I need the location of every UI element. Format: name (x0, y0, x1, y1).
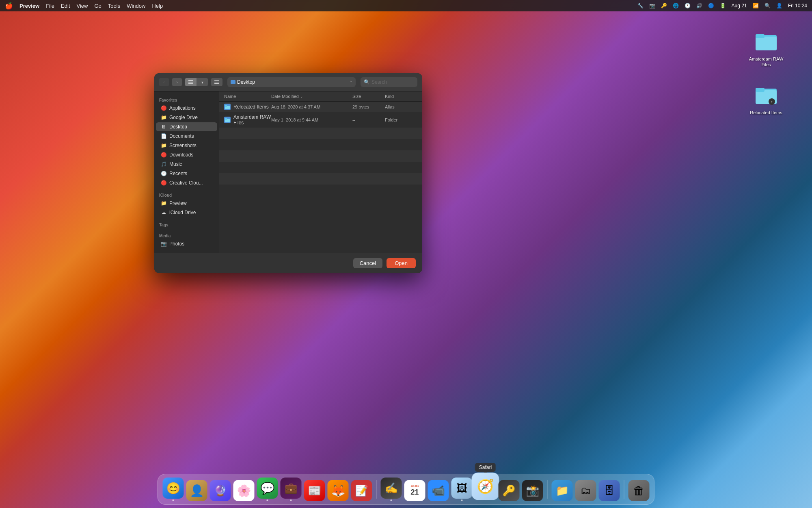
sidebar-item-desktop[interactable]: 🖥 Desktop (156, 122, 217, 131)
svg-rect-2 (756, 34, 764, 38)
menubar-window[interactable]: Window (127, 3, 145, 9)
menubar-control-icon[interactable]: 👤 (776, 3, 782, 9)
action-button[interactable] (211, 78, 222, 86)
dock-item-zoom[interactable]: 📹 (428, 480, 449, 501)
sidebar-item-downloads[interactable]: 🔴 Downloads (156, 150, 217, 159)
svg-rect-13 (214, 83, 219, 84)
menubar-view[interactable]: View (77, 3, 88, 9)
sidebar-item-photos[interactable]: 📷 Photos (156, 239, 217, 248)
menubar-icon-3: 🔑 (661, 3, 667, 9)
table-row[interactable]: Relocated Items Aug 18, 2020 at 4:37 AM … (219, 102, 422, 112)
dock-item-1password[interactable]: 🔑 (499, 480, 520, 501)
trash-icon: 🗑 (628, 480, 650, 501)
table-row[interactable]: Amsterdam RAW Files May 1, 2018 at 9:44 … (219, 112, 422, 128)
svg-rect-19 (225, 118, 227, 120)
pockity-icon: 📝 (351, 480, 372, 501)
dock-item-preview[interactable]: 🖼 (451, 478, 473, 501)
table-row-empty (219, 128, 422, 139)
col-header-name[interactable]: Name (224, 94, 271, 99)
menubar-icon-5: 🕐 (685, 3, 691, 9)
dock-item-photoframe[interactable]: 📸 (522, 480, 543, 501)
file-list-container: Name Date Modified ⌄ Size Kind (219, 91, 422, 253)
back-button[interactable]: ‹ (159, 78, 169, 86)
sidebar-item-recents[interactable]: 🕐 Recents (156, 169, 217, 178)
dock-item-finder[interactable]: 😊 (163, 478, 184, 501)
dock-dot-taiko (391, 499, 392, 501)
menubar-edit[interactable]: Edit (61, 3, 70, 9)
sidebar-item-icloud-drive[interactable]: ☁ iCloud Drive (156, 208, 217, 217)
contacts-icon: 👤 (186, 480, 207, 501)
sidebar-item-applications[interactable]: 🔴 Applications (156, 104, 217, 113)
dock-item-slack[interactable]: 💼 (281, 478, 302, 501)
sidebar-item-screenshots[interactable]: 📁 Screenshots (156, 141, 217, 150)
dock-item-siri[interactable]: 🔮 (210, 480, 231, 501)
col-header-size[interactable]: Size (352, 94, 385, 99)
menubar-date[interactable]: Aug 21 (732, 3, 747, 9)
media-label: Media (154, 231, 219, 239)
dock-separator-3 (624, 480, 624, 499)
view-controls: ▾ (185, 78, 208, 86)
dock-item-trash[interactable]: 🗑 (628, 480, 650, 501)
calendar-icon: AUG 21 (404, 480, 425, 501)
col-header-date[interactable]: Date Modified ⌄ (271, 94, 352, 99)
slack-icon: 💼 (281, 478, 302, 499)
dock-item-messages[interactable]: 💬 (257, 478, 278, 501)
dock-item-calendar[interactable]: AUG 21 (404, 480, 425, 501)
dock-dot-slack (290, 499, 292, 501)
apple-logo-icon[interactable]: 🍎 (5, 2, 13, 10)
sidebar-item-creative-cloud[interactable]: 🔴 Creative Clou... (156, 178, 217, 187)
menubar-wifi-icon: 📶 (753, 3, 759, 9)
sidebar-item-documents-label: Documents (169, 133, 194, 139)
file-date-amsterdam: May 1, 2018 at 9:44 AM (271, 117, 352, 122)
creative-cloud-icon: 🔴 (161, 180, 166, 186)
menubar-icon-2: 📷 (649, 3, 655, 9)
dock-item-safari[interactable]: Safari 🧭 (475, 480, 496, 501)
sidebar-item-icloud-drive-label: iCloud Drive (169, 210, 196, 215)
svg-rect-8 (188, 80, 193, 81)
desktop-icon-relocated[interactable]: ↑ Relocated Items (748, 81, 784, 115)
dock-item-files[interactable]: 📁 (552, 480, 573, 501)
file-date-relocated: Aug 18, 2020 at 4:37 AM (271, 104, 352, 109)
menubar-help[interactable]: Help (152, 3, 163, 9)
menubar-search-icon[interactable]: 🔍 (764, 3, 771, 9)
table-row-empty (219, 150, 422, 162)
open-button[interactable]: Open (387, 258, 416, 268)
photoframe-icon: 📸 (522, 480, 543, 501)
dock-item-photos[interactable]: 🌸 (233, 480, 255, 501)
sort-arrow-icon: ⌄ (300, 94, 303, 98)
menubar-file[interactable]: File (46, 3, 54, 9)
search-bar[interactable]: 🔍 Search (361, 77, 417, 87)
desktop-icon-amsterdam[interactable]: Amsterdam RAW Files (748, 28, 784, 68)
dock-item-filebrowser[interactable]: 🗂 (575, 480, 596, 501)
dock-item-smb[interactable]: 🗄 (599, 480, 620, 501)
forward-button[interactable]: › (172, 78, 182, 86)
list-view-button[interactable] (185, 78, 197, 86)
col-header-kind[interactable]: Kind (385, 94, 417, 99)
menubar-time: Fri 10:24 (788, 3, 807, 9)
location-bar[interactable]: Desktop ⌃ (227, 77, 356, 87)
sidebar-item-preview[interactable]: 📁 Preview (156, 199, 217, 208)
menubar-go[interactable]: Go (94, 3, 101, 9)
sidebar-item-google-drive[interactable]: 📁 Google Drive (156, 113, 217, 122)
table-row-empty (219, 185, 422, 196)
svg-rect-1 (756, 37, 777, 50)
location-chevron-icon: ⌃ (349, 80, 352, 85)
dock-item-news[interactable]: 📰 (304, 480, 325, 501)
menubar-tools[interactable]: Tools (108, 3, 120, 9)
cancel-button[interactable]: Cancel (353, 258, 382, 268)
file-name-amsterdam: Amsterdam RAW Files (224, 114, 271, 126)
view-dropdown-button[interactable]: ▾ (197, 78, 208, 86)
sidebar-item-music[interactable]: 🎵 Music (156, 160, 217, 169)
menubar-app-name[interactable]: Preview (19, 3, 39, 9)
icloud-drive-icon: ☁ (161, 210, 166, 215)
sidebar-item-preview-label: Preview (169, 200, 187, 206)
sidebar-item-documents[interactable]: 📄 Documents (156, 132, 217, 141)
dock-separator-2 (547, 480, 548, 499)
sidebar-item-desktop-label: Desktop (169, 124, 187, 130)
menubar-icon-7: 🔵 (708, 3, 714, 9)
dock-item-contacts[interactable]: 👤 (186, 480, 207, 501)
dock-item-pockity[interactable]: 📝 (351, 480, 372, 501)
dock-item-firefox[interactable]: 🦊 (328, 480, 349, 501)
dock-item-taiko[interactable]: ✍️ (381, 478, 402, 501)
photos-dock-icon: 🌸 (233, 480, 255, 501)
